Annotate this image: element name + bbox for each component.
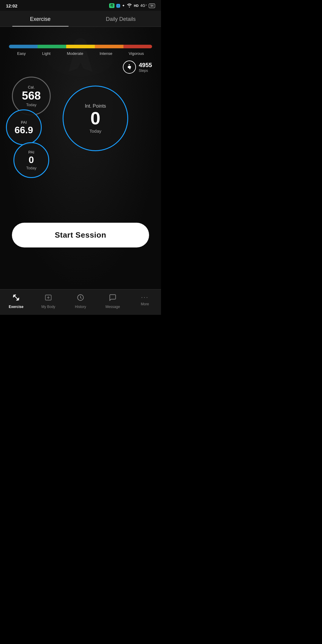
tab-header: Exercise Daily Details	[0, 11, 161, 27]
tab-exercise[interactable]: Exercise	[0, 11, 80, 27]
intensity-bar	[9, 45, 152, 48]
nav-history-label: History	[75, 305, 86, 309]
int-points-value: 0	[90, 109, 100, 127]
my-body-icon	[44, 294, 52, 303]
status-time: 12:02	[6, 3, 17, 8]
steps-text: 4955 Steps	[139, 62, 152, 73]
nav-more-label: More	[141, 302, 149, 306]
app-icon-1: 竹	[109, 3, 114, 8]
status-bar: 12:02 竹 ↑ ✦ HD 4G⁺ 94	[0, 0, 161, 11]
pai-today-value: 0	[29, 155, 34, 165]
cal-value: 568	[22, 90, 41, 101]
steps-icon	[123, 61, 136, 74]
pai-label: PAI	[21, 120, 27, 125]
intensity-intense: Intense	[100, 51, 112, 56]
history-icon	[77, 294, 84, 303]
app-icon-2: ↑	[116, 4, 120, 8]
start-session-button[interactable]: Start Session	[12, 223, 149, 247]
pai-value: 66.9	[15, 125, 33, 135]
nav-message[interactable]: Message	[97, 294, 129, 309]
bluetooth-icon: ✦	[122, 4, 125, 8]
exercise-icon	[12, 294, 20, 303]
tab-daily-details[interactable]: Daily Details	[80, 11, 161, 27]
intensity-vigorous: Vigorous	[129, 51, 144, 56]
pai-today-sublabel: Today	[26, 166, 37, 170]
intensity-easy: Easy	[17, 51, 26, 56]
pai-widget[interactable]: PAI 66.9	[6, 109, 42, 145]
int-points-label: Int. Points	[85, 103, 106, 109]
int-points-widget[interactable]: Int. Points 0 Today	[63, 86, 128, 151]
nav-history[interactable]: History	[64, 294, 97, 309]
bottom-nav: Exercise My Body History	[0, 289, 161, 315]
nav-my-body[interactable]: My Body	[32, 294, 64, 309]
nav-more[interactable]: ··· More	[129, 294, 161, 309]
pai-today-label: PAI	[28, 150, 34, 154]
wifi-icon	[127, 3, 132, 8]
start-session-section: Start Session	[0, 214, 161, 259]
nav-exercise-label: Exercise	[9, 305, 23, 309]
intensity-labels: Easy Light Moderate Intense Vigorous	[9, 51, 152, 56]
more-icon: ···	[141, 294, 149, 301]
cal-sublabel: Today	[26, 103, 37, 107]
hd-icon: HD	[134, 4, 139, 7]
status-icons: 竹 ↑ ✦ HD 4G⁺ 94	[109, 3, 155, 8]
main-content: Easy Light Moderate Intense Vigorous 495…	[0, 27, 161, 289]
nav-exercise[interactable]: Exercise	[0, 294, 32, 309]
message-icon	[109, 294, 117, 303]
intensity-section: Easy Light Moderate Intense Vigorous	[0, 27, 161, 56]
pai-today-widget[interactable]: PAI 0 Today	[13, 142, 49, 178]
signal-icon: 4G⁺	[140, 4, 147, 8]
battery-icon: 94	[149, 4, 155, 8]
steps-badge: 4955 Steps	[0, 56, 161, 74]
cal-widget[interactable]: Cal. 568 Today	[12, 77, 51, 115]
intensity-light: Light	[42, 51, 50, 56]
nav-message-label: Message	[106, 305, 120, 309]
steps-label: Steps	[139, 69, 152, 73]
intensity-moderate: Moderate	[67, 51, 83, 56]
circles-section: Cal. 568 Today PAI 66.9 PAI 0 Today Int.…	[0, 77, 161, 190]
int-points-sublabel: Today	[89, 129, 101, 134]
nav-my-body-label: My Body	[41, 305, 55, 309]
cal-label: Cal.	[28, 85, 35, 89]
steps-count: 4955	[139, 62, 152, 69]
